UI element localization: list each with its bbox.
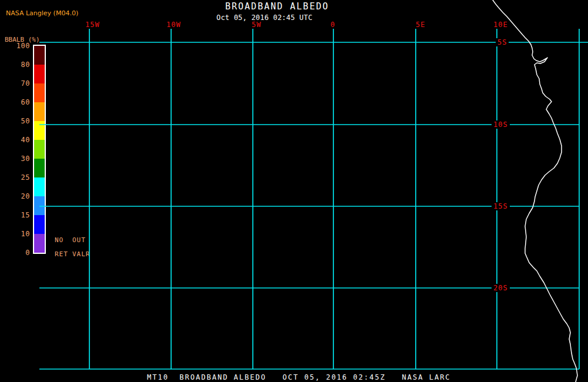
latitude-label: 10S	[492, 120, 510, 129]
longitude-label: 5E	[416, 21, 425, 28]
longitude-label: 10W	[166, 21, 181, 28]
footer-text: MT10 BROADBAND ALBEDO OCT 05, 2016 02:45…	[147, 373, 451, 381]
map-graticule	[0, 0, 588, 382]
latitude-label: 5S	[496, 38, 509, 46]
longitude-label: 5W	[252, 21, 261, 28]
coastline	[493, 0, 577, 382]
longitude-label: 0	[330, 21, 335, 28]
latitude-label: 15S	[492, 202, 510, 210]
colorbar-title: BBALB (%)	[5, 36, 40, 43]
latitude-label: 20S	[492, 284, 510, 292]
page-title: BROADBAND ALBEDO	[225, 2, 329, 12]
albedo-map-screen: NASA Langley (M04.0) BROADBAND ALBEDO Oc…	[0, 0, 588, 382]
longitude-label: 15W	[85, 21, 100, 28]
longitude-label: 10E	[493, 21, 508, 28]
agency-label: NASA Langley (M04.0)	[6, 9, 78, 17]
timestamp-subtitle: Oct 05, 2016 02:45 UTC	[216, 14, 312, 22]
